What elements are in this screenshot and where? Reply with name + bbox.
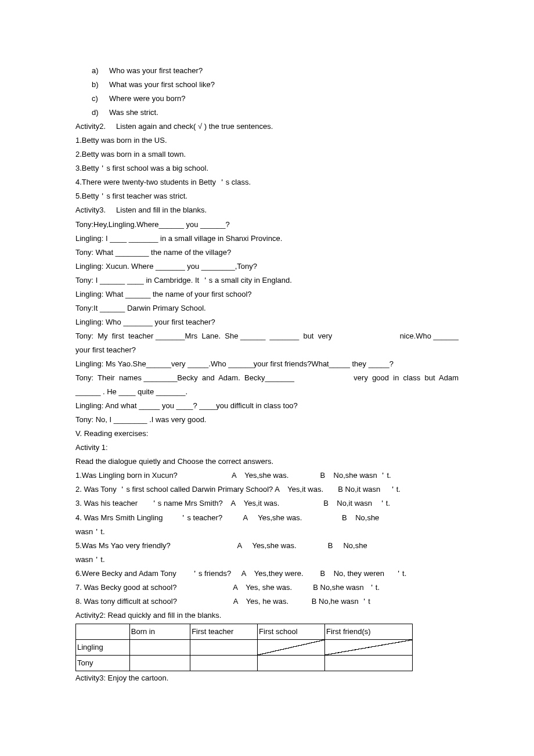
table-cell: Tony (76, 655, 130, 671)
activity1-instruction: Read the dialogue quietly and Choose the… (75, 455, 459, 469)
activity3-title: Activity3. Listen and fill in the blanks… (75, 203, 459, 217)
dialogue-line: Tony: I ______ ____ in Cambridge. It ＇s … (75, 273, 459, 287)
question-line: 8. Was tony difficult at school? A Yes, … (75, 595, 459, 609)
option-letter: d) (92, 106, 109, 120)
dialogue-line: Lingling: Who _______ your first teacher… (75, 315, 459, 329)
dialogue-line: Tony: What ________ the name of the vill… (75, 246, 459, 260)
question-line: wasn＇t. (75, 525, 459, 539)
question-line: 7. Was Becky good at school? A Yes, she … (75, 581, 459, 595)
activity2-read-title: Activity2: Read quickly and fill in the … (75, 609, 459, 622)
table-header: Born in (129, 624, 190, 639)
option-b: b)What was your first school like? (75, 78, 459, 92)
activity2-item: 3.Betty＇s first school was a big school. (75, 161, 459, 175)
option-c: c)Where were you born? (75, 92, 459, 106)
table-header: First school (258, 624, 325, 639)
table-cell (129, 655, 190, 671)
dialogue-line: Lingling: And what _____ you ____? ____y… (75, 399, 459, 413)
dialogue-line: Lingling: Ms Yao.She______very _____.Who… (75, 357, 459, 371)
activity1-title: Activity 1: (75, 441, 459, 455)
option-text: Who was your first teacher? (109, 66, 203, 75)
activity2-title: Activity2. Listen again and check( √ ) t… (75, 120, 459, 134)
dialogue-line: ______ . He ____ quite _______. (75, 385, 459, 399)
dialogue-line: Tony:It ______ Darwin Primary School. (75, 301, 459, 315)
question-line: 5.Was Ms Yao very friendly? A Yes,she wa… (75, 539, 459, 553)
table-cell-slash (258, 639, 325, 655)
option-letter: a) (92, 64, 109, 78)
option-letter: b) (92, 78, 109, 92)
question-line: 3. Was his teacher ＇s name Mrs Smith? A … (75, 496, 459, 510)
table-row: Born in First teacher First school First… (76, 624, 413, 639)
question-line: 6.Were Becky and Adam Tony ＇s friends? A… (75, 567, 459, 581)
question-line: 2. Was Tony ＇s first school called Darwi… (75, 483, 459, 496)
dialogue-line: Lingling: What ______ the name of your f… (75, 287, 459, 301)
table-cell (258, 655, 325, 671)
option-letter: c) (92, 92, 109, 106)
table-row: Tony (76, 655, 413, 671)
table-header: First teacher (190, 624, 258, 639)
activity2-item: 2.Betty was born in a small town. (75, 147, 459, 161)
table-header: First friend(s) (325, 624, 413, 639)
dialogue-line: Lingling: Xucun. Where _______ you _____… (75, 260, 459, 273)
option-text: Where were you born? (109, 94, 186, 103)
activity2-item: 5.Betty＇s first teacher was strict. (75, 189, 459, 203)
table-cell-slash (325, 639, 413, 655)
table-cell (325, 655, 413, 671)
table-cell (129, 639, 190, 655)
option-d: d)Was she strict. (75, 106, 459, 120)
table-header (76, 624, 130, 639)
dialogue-line: Tony: Their names ________Becky and Adam… (75, 371, 459, 385)
option-text: What was your first school like? (109, 80, 215, 89)
question-line: 4. Was Mrs Smith Lingling ＇s teacher? A … (75, 511, 459, 525)
table-cell (190, 655, 258, 671)
table-row: Lingling (76, 639, 413, 655)
question-line: 1.Was Lingling born in Xucun? A Yes,she … (75, 469, 459, 483)
dialogue-line: Lingling: I ____ _______ in a small vill… (75, 232, 459, 246)
option-a: a)Who was your first teacher? (75, 64, 459, 78)
activity2-item: 4.There were twenty-two students in Bett… (75, 175, 459, 189)
dialogue-line: Tony: No, I ________ .I was very good. (75, 413, 459, 427)
fill-table: Born in First teacher First school First… (75, 624, 413, 671)
activity3-cartoon-title: Activity3: Enjoy the cartoon. (75, 671, 459, 685)
table-cell: Lingling (76, 639, 130, 655)
dialogue-line: Tony:Hey,Lingling.Where______ you ______… (75, 218, 459, 232)
option-text: Was she strict. (109, 108, 158, 117)
section-heading: V. Reading exercises: (75, 427, 459, 441)
question-line: wasn＇t. (75, 553, 459, 567)
activity2-item: 1.Betty was born in the US. (75, 134, 459, 147)
dialogue-line: your first teacher? (75, 343, 459, 357)
dialogue-line: Tony: My first teacher _______Mrs Lane. … (75, 329, 459, 343)
table-cell (190, 639, 258, 655)
